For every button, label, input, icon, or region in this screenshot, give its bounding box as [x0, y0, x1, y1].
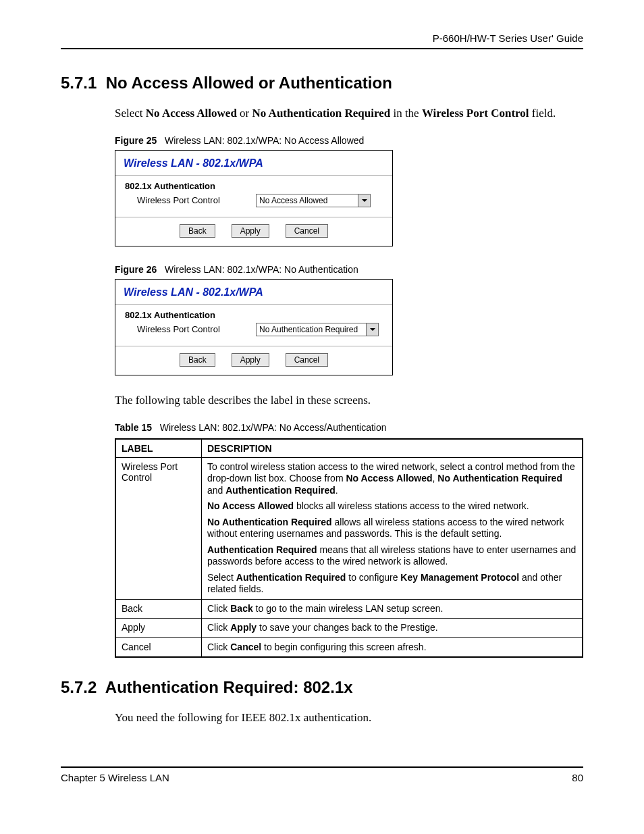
cell-description: To control wireless station access to th… — [202, 457, 583, 599]
cell-description: Click Apply to save your changes back to… — [202, 619, 583, 638]
select-value: No Access Allowed — [259, 196, 355, 205]
table-header-row: LABEL DESCRIPTION — [115, 439, 583, 458]
th-label: LABEL — [115, 439, 202, 458]
body-after-figures: The following table describes the label … — [61, 393, 583, 409]
table-row: Cancel Click Cancel to begin configuring… — [115, 637, 583, 657]
cell-label: Wireless Port Control — [115, 457, 202, 599]
back-button[interactable]: Back — [180, 224, 215, 238]
cell-label: Apply — [115, 619, 202, 638]
section-title: Authentication Required: 802.1x — [105, 678, 353, 696]
port-control-row: Wireless Port Control No Access Allowed — [115, 192, 392, 217]
intro-paragraph: Select No Access Allowed or No Authentic… — [61, 106, 583, 122]
cell-label: Back — [115, 599, 202, 619]
panel-divider — [115, 304, 392, 305]
port-control-select[interactable]: No Authentication Required — [256, 323, 379, 336]
th-description: DESCRIPTION — [202, 439, 583, 458]
apply-button[interactable]: Apply — [232, 224, 269, 238]
body-5-7-2: You need the following for IEEE 802.1x a… — [61, 710, 583, 726]
cell-label: Cancel — [115, 637, 202, 657]
table-row: Apply Click Apply to save your changes b… — [115, 619, 583, 638]
footer-chapter: Chapter 5 Wireless LAN — [61, 772, 169, 783]
dropdown-caret-icon[interactable] — [366, 323, 378, 336]
section-number: 5.7.1 — [61, 74, 97, 92]
section-title: No Access Allowed or Authentication — [106, 74, 392, 92]
panel-button-bar: Back Apply Cancel — [115, 346, 392, 375]
footer-divider — [61, 766, 583, 768]
dropdown-caret-icon[interactable] — [358, 194, 370, 207]
table-15-caption: Table 15 Wireless LAN: 802.1x/WPA: No Ac… — [61, 422, 583, 433]
port-control-label: Wireless Port Control — [137, 324, 245, 334]
port-control-select[interactable]: No Access Allowed — [256, 194, 371, 207]
table-row: Back Click Back to go to the main wirele… — [115, 599, 583, 619]
cell-description: Click Back to go to the main wireless LA… — [202, 599, 583, 619]
cancel-button[interactable]: Cancel — [286, 224, 328, 238]
header-divider — [61, 48, 583, 49]
cell-description: Click Cancel to begin configuring this s… — [202, 637, 583, 657]
panel-title: Wireless LAN - 802.1x/WPA — [115, 280, 392, 304]
wireless-panel-1: Wireless LAN - 802.1x/WPA 802.1x Authent… — [115, 150, 393, 246]
description-table: LABEL DESCRIPTION Wireless Port Control … — [115, 438, 583, 658]
panel-button-bar: Back Apply Cancel — [115, 217, 392, 246]
port-control-row: Wireless Port Control No Authentication … — [115, 321, 392, 346]
section-5-7-2-heading: 5.7.2 Authentication Required: 802.1x — [61, 678, 583, 697]
apply-button[interactable]: Apply — [232, 353, 269, 367]
cancel-button[interactable]: Cancel — [286, 353, 328, 367]
figure-25-panel-wrap: Wireless LAN - 802.1x/WPA 802.1x Authent… — [61, 150, 583, 246]
auth-group-header: 802.1x Authentication — [115, 181, 392, 192]
page-footer: Chapter 5 Wireless LAN 80 — [61, 772, 583, 783]
figure-26-panel-wrap: Wireless LAN - 802.1x/WPA 802.1x Authent… — [61, 279, 583, 375]
wireless-panel-2: Wireless LAN - 802.1x/WPA 802.1x Authent… — [115, 279, 393, 375]
select-value: No Authentication Required — [259, 325, 363, 334]
header-guide-text: P-660H/HW-T Series User' Guide — [61, 32, 583, 44]
panel-divider — [115, 175, 392, 176]
figure-25-caption: Figure 25 Wireless LAN: 802.1x/WPA: No A… — [61, 135, 583, 146]
section-number: 5.7.2 — [61, 678, 97, 696]
back-button[interactable]: Back — [180, 353, 215, 367]
panel-title: Wireless LAN - 802.1x/WPA — [115, 151, 392, 175]
figure-26-caption: Figure 26 Wireless LAN: 802.1x/WPA: No A… — [61, 264, 583, 275]
port-control-label: Wireless Port Control — [137, 195, 245, 205]
table-row: Wireless Port Control To control wireles… — [115, 457, 583, 599]
section-5-7-1-heading: 5.7.1 No Access Allowed or Authenticatio… — [61, 74, 583, 93]
auth-group-header: 802.1x Authentication — [115, 310, 392, 321]
footer-page-number: 80 — [572, 772, 583, 783]
